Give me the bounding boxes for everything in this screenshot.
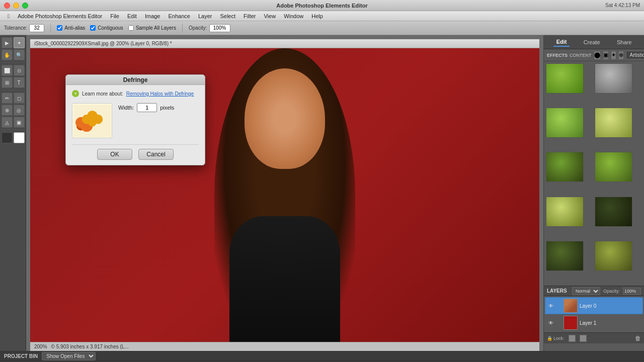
tolerance-input[interactable] bbox=[29, 24, 44, 32]
menu-enhance[interactable]: Enhance bbox=[165, 12, 193, 20]
opacity-label: Opacity: bbox=[189, 25, 207, 31]
menu-app[interactable]: Adobe Photoshop Elements Editor bbox=[14, 12, 106, 20]
type-tool[interactable]: T bbox=[14, 77, 25, 88]
effect-thumb-8[interactable] bbox=[595, 197, 632, 227]
layer-thumb-0 bbox=[564, 299, 578, 313]
retouch-tool[interactable]: ◎ bbox=[14, 105, 25, 116]
menu-help[interactable]: Help bbox=[308, 12, 327, 20]
brush-tool[interactable]: ✏ bbox=[2, 93, 13, 104]
effects-grid bbox=[544, 61, 644, 286]
hand-tool[interactable]: ✋ bbox=[2, 49, 13, 60]
canvas-dimensions: © 5.903 inches x 3.917 inches (L... bbox=[51, 344, 129, 349]
ok-button[interactable]: OK bbox=[97, 149, 132, 160]
tool-row-8 bbox=[2, 132, 25, 143]
selection-tool[interactable]: ▶ bbox=[2, 37, 13, 48]
effects-icon1[interactable]: ⬤ bbox=[594, 51, 601, 60]
effect-thumb-2[interactable] bbox=[595, 63, 632, 94]
menu-select[interactable]: Select bbox=[216, 12, 239, 20]
sample-all-group: Sample All Layers bbox=[128, 25, 176, 31]
blend-mode-select[interactable]: Normal bbox=[572, 287, 600, 295]
dialog-title: Defringe bbox=[123, 76, 148, 83]
help-link[interactable]: Removing Halos with Defringe bbox=[126, 91, 194, 97]
effect-thumb-7[interactable] bbox=[546, 197, 584, 227]
project-bin-header: PROJECT BIN Show Open Files bbox=[0, 351, 644, 361]
effect-thumb-4[interactable] bbox=[595, 108, 632, 138]
width-input[interactable] bbox=[137, 103, 157, 112]
menu-edit[interactable]: Edit bbox=[124, 12, 140, 20]
project-bin-filter[interactable]: Show Open Files bbox=[42, 352, 96, 360]
toolbar-separator-2 bbox=[182, 24, 183, 33]
help-icon: ? bbox=[72, 90, 79, 97]
lock-transparent-btn[interactable] bbox=[569, 335, 576, 342]
effect-thumb-3[interactable] bbox=[546, 108, 584, 138]
effect-thumb-10[interactable] bbox=[595, 241, 632, 271]
sample-all-checkbox[interactable] bbox=[128, 25, 134, 31]
tool-row-5: ✏ ◻ bbox=[2, 93, 25, 104]
magic-wand-tool[interactable]: ✦ bbox=[14, 37, 25, 48]
project-bin-title: PROJECT BIN bbox=[4, 353, 38, 359]
marquee-tool[interactable]: ⬜ bbox=[2, 65, 13, 76]
effect-thumb-5[interactable] bbox=[546, 152, 584, 182]
menu-image[interactable]: Image bbox=[141, 12, 164, 20]
opacity-input[interactable] bbox=[209, 24, 230, 32]
right-panel: Edit Create Share EFFECTS CONTENT ⬤ ▣ ✦ … bbox=[543, 35, 644, 351]
effects-icon2[interactable]: ▣ bbox=[603, 51, 609, 60]
defringe-dialog[interactable]: Defringe ? Learn more about: Removing Ha… bbox=[65, 74, 205, 165]
zoom-tool[interactable]: 🔍 bbox=[14, 49, 25, 60]
delete-layer-btn[interactable]: 🗑 bbox=[635, 335, 641, 342]
opacity-group: Opacity: bbox=[189, 24, 230, 32]
style-select[interactable]: Artistic bbox=[626, 51, 644, 59]
tolerance-label: Tolerance: bbox=[4, 25, 27, 31]
effects-icon4[interactable]: ⊕ bbox=[618, 51, 624, 60]
tab-share[interactable]: Share bbox=[614, 38, 634, 46]
lock-label: 🔒 Lock: bbox=[547, 336, 565, 341]
maximize-button[interactable] bbox=[22, 3, 28, 9]
menu-layer[interactable]: Layer bbox=[195, 12, 216, 20]
foreground-color[interactable] bbox=[2, 132, 13, 143]
width-label: Width: bbox=[118, 105, 134, 111]
eraser-tool[interactable]: ◻ bbox=[14, 93, 25, 104]
menu-window[interactable]: Window bbox=[280, 12, 307, 20]
lasso-tool[interactable]: ⊙ bbox=[14, 65, 25, 76]
tool-row-3: ⬜ ⊙ bbox=[2, 65, 25, 76]
app-title: Adobe Photoshop Elements Editor bbox=[276, 3, 368, 9]
effects-icon3[interactable]: ✦ bbox=[611, 51, 616, 60]
dialog-help-row: ? Learn more about: Removing Halos with … bbox=[72, 90, 199, 97]
layer-row-0[interactable]: 👁 Layer 0 bbox=[545, 297, 643, 314]
paint-bucket-tool[interactable]: ◬ bbox=[2, 117, 13, 128]
anti-alias-checkbox[interactable] bbox=[57, 25, 62, 31]
opacity-label-layers: Opacity: bbox=[603, 289, 620, 294]
clone-tool[interactable]: ⊕ bbox=[2, 105, 13, 116]
menu-filter[interactable]: Filter bbox=[240, 12, 259, 20]
project-bin: PROJECT BIN Show Open Files ✓ + bbox=[0, 351, 644, 362]
layer-eye-1[interactable]: 👁 bbox=[547, 319, 554, 326]
layer-eye-0[interactable]: 👁 bbox=[547, 302, 554, 309]
traffic-lights bbox=[4, 3, 28, 9]
lock-image-btn[interactable] bbox=[580, 335, 587, 342]
menu-view[interactable]: View bbox=[260, 12, 279, 20]
tab-create[interactable]: Create bbox=[581, 38, 603, 46]
effect-thumb-6[interactable] bbox=[595, 152, 632, 182]
toolbar-separator-1 bbox=[50, 24, 51, 33]
dialog-titlebar: Defringe bbox=[66, 75, 205, 85]
menu-apple[interactable]:  bbox=[4, 12, 13, 20]
effects-bar: EFFECTS CONTENT ⬤ ▣ ✦ ⊕ Artistic bbox=[544, 49, 644, 61]
minimize-button[interactable] bbox=[13, 3, 19, 9]
layers-opacity-input[interactable] bbox=[623, 288, 641, 295]
anti-alias-label: Anti-alias bbox=[64, 25, 85, 31]
layers-header: LAYERS Normal Opacity: bbox=[544, 286, 644, 296]
dialog-buttons: OK Cancel bbox=[72, 144, 199, 160]
effect-thumb-1[interactable] bbox=[546, 63, 584, 94]
cancel-button[interactable]: Cancel bbox=[138, 149, 174, 160]
anti-alias-group: Anti-alias bbox=[57, 25, 85, 31]
layer-row-1[interactable]: 👁 Layer 1 bbox=[545, 314, 643, 331]
background-color[interactable] bbox=[14, 132, 25, 143]
tab-edit[interactable]: Edit bbox=[553, 38, 570, 47]
contiguous-checkbox[interactable] bbox=[90, 25, 96, 31]
effect-thumb-9[interactable] bbox=[546, 241, 584, 271]
body-shape bbox=[229, 216, 340, 342]
crop-tool[interactable]: ⊞ bbox=[2, 77, 13, 88]
close-button[interactable] bbox=[4, 3, 10, 9]
gradient-tool[interactable]: ▣ bbox=[14, 117, 25, 128]
menu-file[interactable]: File bbox=[107, 12, 123, 20]
